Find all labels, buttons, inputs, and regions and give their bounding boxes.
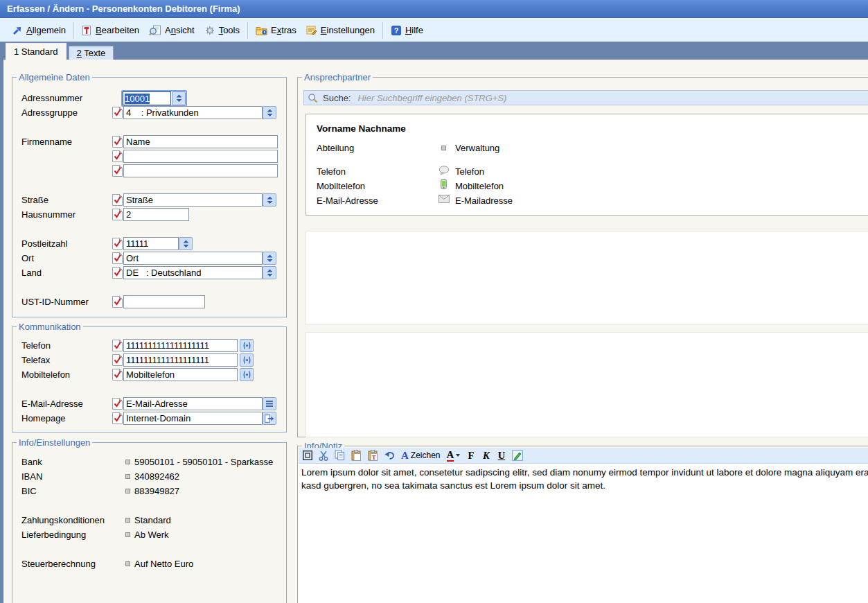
homepage-input[interactable] [123, 412, 263, 425]
menu-einstellungen[interactable]: Einstellungen [301, 21, 380, 39]
search-icon [308, 93, 318, 103]
application-window: Erfassen / Ändern - Personenkonten Debit… [0, 0, 868, 603]
mandatory-check-icon[interactable] [112, 368, 123, 381]
font-color-button[interactable]: A [447, 449, 461, 462]
mandatory-check-icon[interactable] [112, 193, 123, 206]
label-adressgruppe: Adressgruppe [21, 107, 78, 118]
mobile-phone-icon [438, 179, 450, 189]
value-bank: 59050101 - 59050101 - Sparkasse [134, 457, 273, 467]
email-input[interactable] [123, 397, 263, 410]
menu-bearbeiten[interactable]: Bearbeiten [77, 21, 144, 40]
mandatory-check-icon[interactable] [112, 164, 123, 177]
menu-separator [382, 22, 383, 39]
mandatory-check-icon[interactable] [112, 237, 123, 250]
dial-icon [242, 356, 251, 365]
menu-tools[interactable]: Tools [200, 21, 245, 40]
tab-texte[interactable]: 2 Texte [69, 46, 114, 60]
fieldset-info-einstellungen: Info/Einstellungen Bank 59050101 - 59050… [12, 442, 287, 603]
mandatory-check-icon[interactable] [112, 208, 123, 220]
ort-input[interactable] [123, 252, 263, 265]
strasse-input[interactable] [123, 193, 263, 207]
fieldset-legend: Ansprechpartner [302, 72, 373, 82]
undo-icon[interactable] [384, 449, 395, 462]
contact-search-input[interactable]: Suche: Hier Suchbegriff eingeben (STRG+S… [303, 90, 868, 105]
adressnummer-input[interactable]: 10001 [123, 91, 171, 105]
contact-name: Vorname Nachname [317, 123, 406, 134]
menu-allgemein[interactable]: Allgemein [7, 21, 71, 40]
label-email: E-Mail-Adresse [21, 399, 83, 409]
frame-select-icon[interactable] [303, 449, 312, 462]
mandatory-check-icon[interactable] [112, 412, 123, 424]
mandatory-check-icon[interactable] [112, 150, 123, 162]
tab-standard[interactable]: 1 Standard [6, 43, 67, 60]
mandatory-check-icon[interactable] [112, 252, 123, 264]
mandatory-check-icon[interactable] [112, 266, 123, 279]
contact-card[interactable]: Vorname Nachname Abteilung Verwaltung Te… [305, 114, 868, 216]
adressgruppe-spinner[interactable] [263, 106, 276, 119]
bold-button[interactable]: F [466, 449, 475, 462]
postleitzahl-input[interactable] [123, 237, 179, 250]
land-spinner[interactable] [263, 266, 276, 279]
mobiltelefon-input[interactable] [123, 368, 238, 381]
contact-value-email: E-Mailadresse [455, 195, 513, 206]
bullet-icon [438, 146, 450, 150]
firmenname-input-1[interactable] [123, 135, 278, 148]
cut-icon[interactable] [319, 449, 328, 462]
telefon-input[interactable] [123, 339, 238, 352]
hausnummer-input[interactable] [123, 208, 189, 221]
postleitzahl-spinner[interactable] [179, 237, 193, 250]
adressnummer-spinner[interactable] [172, 91, 186, 105]
land-input[interactable] [123, 266, 263, 279]
mandatory-check-icon[interactable] [112, 106, 123, 119]
copy-icon[interactable] [335, 449, 345, 462]
ort-spinner[interactable] [263, 252, 276, 265]
tabstrip: 1 Standard 2 Texte [0, 42, 868, 60]
fieldset-kommunikation: Kommunikation Telefon Telefax Mobiltelef… [12, 326, 287, 432]
label-firmenname: Firmenname [21, 137, 72, 147]
italic-button[interactable]: K [481, 449, 490, 462]
edit-tool-icon [82, 25, 92, 36]
menu-hilfe[interactable]: ? Hilfe [386, 21, 428, 40]
value-lieferbedingung: Ab Werk [134, 530, 169, 540]
contact-list-area[interactable] [305, 231, 868, 325]
char-format-button[interactable]: A Zeichen [401, 449, 441, 462]
fieldset-allgemeine-daten: Allgemeine Daten Adressnummer 10001 Adre… [12, 77, 287, 317]
spinner-arrows-icon [183, 240, 189, 248]
menubar: Allgemein Bearbeiten Ansicht Tools Extra… [0, 19, 868, 42]
mandatory-check-icon[interactable] [112, 353, 123, 366]
firmenname-input-2[interactable] [123, 150, 278, 163]
paste-icon[interactable] [351, 449, 362, 462]
mobiltelefon-dial-button[interactable] [240, 368, 254, 381]
value-iban: 340892462 [134, 471, 179, 482]
telefax-dial-button[interactable] [240, 353, 254, 367]
label-land: Land [21, 268, 42, 278]
dial-icon [242, 341, 251, 350]
adressgruppe-input[interactable] [123, 106, 263, 119]
mandatory-check-icon[interactable] [112, 135, 123, 148]
spinner-arrows-icon [267, 196, 273, 204]
telefon-dial-button[interactable] [240, 339, 254, 352]
edit-note-icon[interactable] [512, 449, 523, 462]
strasse-spinner[interactable] [263, 193, 276, 207]
mandatory-check-icon[interactable] [112, 339, 123, 351]
label-homepage: Homepage [21, 413, 66, 423]
external-link-icon [265, 414, 274, 423]
label-zahlungskonditionen: Zahlungskonditionen [21, 515, 105, 525]
menu-ansicht[interactable]: Ansicht [144, 21, 200, 40]
mandatory-check-icon[interactable] [112, 295, 123, 308]
underline-button[interactable]: U [497, 449, 506, 462]
mandatory-check-icon[interactable] [112, 397, 123, 410]
contact-detail-area[interactable] [305, 332, 868, 437]
note-text[interactable]: Lorem ipsum dolor sit amet, consetetur s… [299, 464, 868, 603]
help-icon: ? [391, 25, 402, 36]
telefax-input[interactable] [123, 353, 238, 367]
email-menu-button[interactable] [263, 397, 276, 410]
menu-extras[interactable]: Extras [251, 21, 301, 39]
search-label: Suche: [323, 93, 351, 103]
homepage-open-button[interactable] [263, 412, 276, 425]
ust-id-input[interactable] [123, 295, 205, 308]
firmenname-input-3[interactable] [123, 164, 278, 177]
label-bank: Bank [21, 457, 42, 467]
paste-text-icon[interactable]: T [368, 449, 378, 462]
label-steuerberechnung: Steuerberechnung [21, 559, 96, 569]
